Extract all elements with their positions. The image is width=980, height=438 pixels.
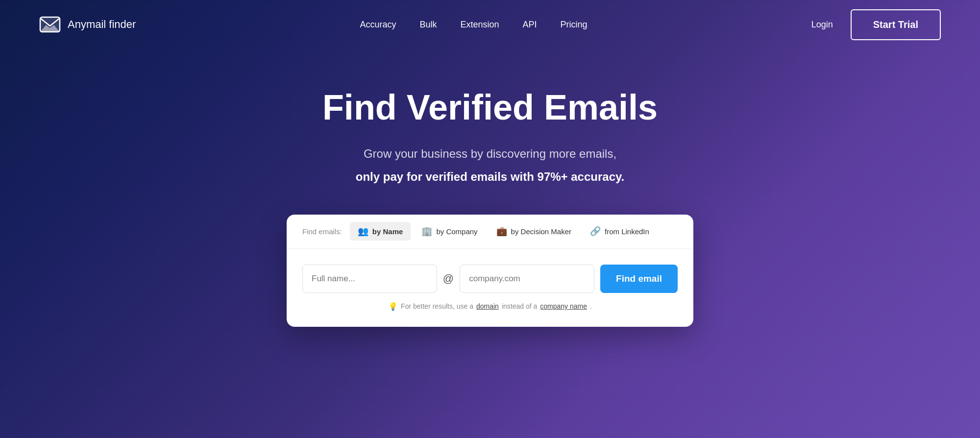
- tab-by-name[interactable]: 👥 by Name: [350, 222, 411, 241]
- nav-actions: Login Start Trial: [811, 9, 941, 40]
- tab-by-decision-maker[interactable]: 💼 by Decision Maker: [489, 222, 579, 241]
- search-row: @ Find email: [287, 249, 693, 293]
- tabs-label: Find emails:: [302, 227, 342, 236]
- navigation: Anymail finder Accuracy Bulk Extension A…: [0, 0, 980, 49]
- login-link[interactable]: Login: [811, 20, 833, 30]
- hint-icon: 💡: [388, 302, 398, 311]
- nav-extension[interactable]: Extension: [461, 20, 499, 30]
- hero-subtitle-bold: only pay for verified emails with 97%+ a…: [356, 170, 624, 183]
- by-name-icon: 👥: [358, 226, 368, 237]
- logo-text: Anymail finder: [68, 18, 136, 31]
- tab-by-company-label: by Company: [436, 227, 477, 236]
- tab-by-decision-maker-label: by Decision Maker: [511, 227, 571, 236]
- hint-end: .: [590, 302, 592, 310]
- logo[interactable]: Anymail finder: [39, 15, 136, 34]
- search-tabs: Find emails: 👥 by Name 🏢 by Company 💼 by…: [287, 215, 693, 249]
- nav-bulk[interactable]: Bulk: [419, 20, 437, 30]
- company-name-link[interactable]: company name: [540, 302, 587, 310]
- tab-from-linkedin-label: from LinkedIn: [605, 227, 649, 236]
- nav-pricing[interactable]: Pricing: [561, 20, 588, 30]
- hint-row: 💡 For better results, use a domain inste…: [287, 302, 693, 311]
- from-linkedin-icon: 🔗: [590, 226, 601, 237]
- tab-by-name-label: by Name: [372, 227, 403, 236]
- domain-input[interactable]: [460, 265, 594, 293]
- nav-links: Accuracy Bulk Extension API Pricing: [360, 20, 587, 30]
- hint-text: For better results, use a: [401, 302, 473, 310]
- at-sign: @: [443, 272, 454, 285]
- nav-accuracy[interactable]: Accuracy: [360, 20, 396, 30]
- hero-title: Find Verified Emails: [322, 88, 658, 127]
- domain-link[interactable]: domain: [476, 302, 499, 310]
- hero-subtitle-line2: only pay for verified emails with 97%+ a…: [356, 168, 624, 186]
- hint-middle: instead of a: [502, 302, 537, 310]
- by-decision-maker-icon: 💼: [496, 226, 507, 237]
- hero-section: Find Verified Emails Grow your business …: [0, 49, 980, 327]
- tab-from-linkedin[interactable]: 🔗 from LinkedIn: [582, 222, 657, 241]
- nav-api[interactable]: API: [523, 20, 537, 30]
- logo-icon: [39, 15, 61, 34]
- full-name-input[interactable]: [302, 265, 437, 293]
- find-email-button[interactable]: Find email: [600, 265, 678, 293]
- search-card: Find emails: 👥 by Name 🏢 by Company 💼 by…: [287, 215, 693, 327]
- start-trial-button[interactable]: Start Trial: [851, 9, 941, 40]
- hero-subtitle-line1: Grow your business by discovering more e…: [364, 145, 616, 163]
- tab-by-company[interactable]: 🏢 by Company: [414, 222, 485, 241]
- by-company-icon: 🏢: [421, 226, 432, 237]
